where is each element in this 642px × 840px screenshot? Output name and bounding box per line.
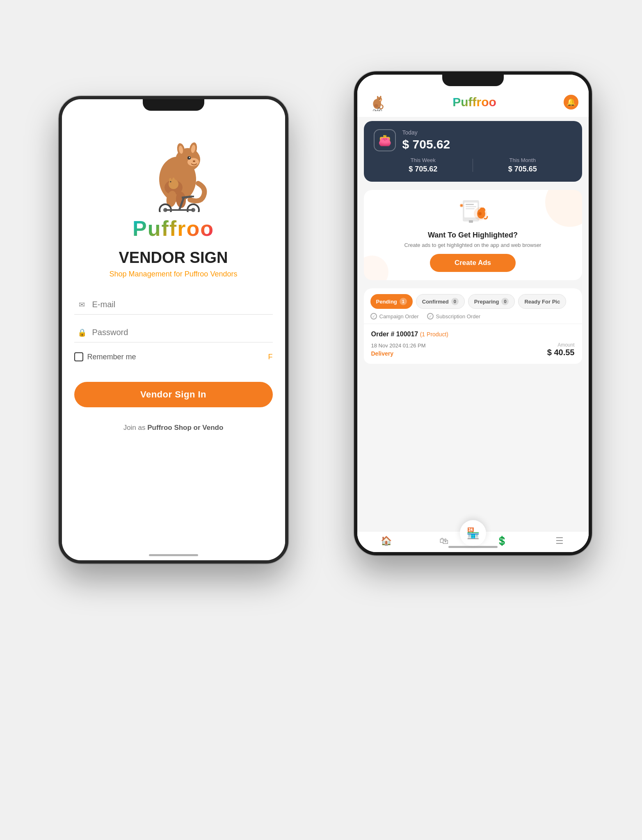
subscription-check-icon: ✓ xyxy=(427,313,434,320)
login-screen: Puffroo VENDOR SIGN Shop Management for … xyxy=(62,99,285,560)
tab-preparing-label: Preparing xyxy=(474,299,499,305)
svg-rect-42 xyxy=(466,206,476,207)
balance-divider-row: This Week $ 705.62 This Month $ 705.65 xyxy=(374,157,572,173)
svg-rect-43 xyxy=(466,208,475,209)
ads-card: Want To Get Highlighted? Create ads to g… xyxy=(364,190,582,280)
order-tabs: Pending 1 Confirmed 0 Preparing 0 Ready … xyxy=(370,294,576,309)
remember-label: Remember me xyxy=(87,353,136,361)
login-logo-area: Puffroo xyxy=(133,130,215,249)
home-bar-dash xyxy=(448,546,498,548)
svg-point-8 xyxy=(189,157,190,158)
password-input-wrap[interactable]: 🔒 xyxy=(74,323,273,342)
phone-login: Puffroo VENDOR SIGN Shop Management for … xyxy=(59,96,288,564)
ads-title: Want To Get Highlighted? xyxy=(428,231,518,240)
filter-subscription[interactable]: ✓ Subscription Order xyxy=(427,313,480,320)
svg-point-33 xyxy=(374,104,378,107)
month-amount: $ 705.65 xyxy=(473,165,572,173)
nav-home[interactable]: 🏠 xyxy=(381,536,391,546)
balance-card: 👛 Today $ 705.62 This Week $ 705.62 This… xyxy=(364,121,582,182)
svg-point-48 xyxy=(480,208,482,210)
tab-pending[interactable]: Pending 1 xyxy=(370,294,413,309)
shop-icon: 🛍 xyxy=(439,536,449,546)
wallet-icon: 👛 xyxy=(374,129,396,151)
filter-row: ✓ Campaign Order ✓ Subscription Order xyxy=(364,309,582,324)
phone-dashboard: Puffroo 🔔 👛 Today $ 705.62 This Week $ 7… xyxy=(354,71,592,555)
order-amount-wrap: Amount $ 40.55 xyxy=(547,342,575,357)
forgot-link[interactable]: F xyxy=(268,353,273,361)
ads-subtitle: Create ads to get highlighted on the app… xyxy=(404,242,541,248)
password-input[interactable] xyxy=(92,328,270,337)
ads-illustration xyxy=(457,198,489,227)
svg-point-52 xyxy=(461,205,462,206)
kangaroo-svg xyxy=(133,130,215,212)
order-amount-value: $ 40.55 xyxy=(547,348,575,357)
nav-shop[interactable]: 🛍 xyxy=(439,536,449,546)
svg-point-35 xyxy=(379,110,382,111)
today-label: Today xyxy=(402,129,450,136)
svg-rect-41 xyxy=(466,204,474,205)
phone-notch xyxy=(143,99,204,111)
order-product-count: (1 Product) xyxy=(420,331,448,338)
order-tabs-wrap: Pending 1 Confirmed 0 Preparing 0 Ready … xyxy=(364,288,582,309)
kangaroo-logo xyxy=(133,130,215,212)
order-date: 18 Nov 2024 01:26 PM xyxy=(371,342,426,349)
dash-logo-icon xyxy=(367,93,385,111)
month-label: This Month xyxy=(473,157,572,163)
filter-campaign-label: Campaign Order xyxy=(379,313,419,320)
bottom-nav: 🏠 🛍 🏪 💲 ☰ xyxy=(357,531,589,552)
home-bar-login xyxy=(149,554,198,556)
phone-notch-dash xyxy=(442,75,504,86)
join-text: Join as Puffroo Shop or Vendo xyxy=(74,424,273,432)
remember-row: Remember me F xyxy=(74,352,273,361)
email-input[interactable] xyxy=(92,300,270,309)
svg-point-15 xyxy=(172,178,175,182)
tab-preparing[interactable]: Preparing 0 xyxy=(468,294,515,309)
email-input-wrap[interactable]: ✉ xyxy=(74,295,273,315)
nav-center-button[interactable]: 🏪 xyxy=(460,520,486,546)
remember-left[interactable]: Remember me xyxy=(74,352,136,361)
svg-point-49 xyxy=(482,208,484,210)
create-ads-button[interactable]: Create Ads xyxy=(430,254,516,272)
home-icon: 🏠 xyxy=(381,536,391,546)
dashboard-screen: Puffroo 🔔 👛 Today $ 705.62 This Week $ 7… xyxy=(357,75,589,552)
vendor-sign-subtitle: Shop Management for Puffroo Vendors xyxy=(110,270,238,278)
lock-icon: 🔒 xyxy=(78,328,87,337)
tab-pending-badge: 1 xyxy=(400,298,407,305)
tab-preparing-badge: 0 xyxy=(501,298,509,305)
order-meta-row: 18 Nov 2024 01:26 PM Delivery Amount $ 4… xyxy=(371,342,575,357)
svg-point-32 xyxy=(379,99,380,100)
today-amount: $ 705.62 xyxy=(402,137,450,151)
svg-point-9 xyxy=(193,160,195,162)
balance-today-row: 👛 Today $ 705.62 xyxy=(374,129,572,151)
balance-today: Today $ 705.62 xyxy=(402,129,450,151)
tab-confirmed-label: Confirmed xyxy=(422,299,449,305)
svg-rect-44 xyxy=(469,220,473,223)
tab-confirmed[interactable]: Confirmed 0 xyxy=(416,294,465,309)
week-amount: $ 705.62 xyxy=(374,165,473,173)
dollar-icon: 💲 xyxy=(496,536,507,546)
order-type[interactable]: Delivery xyxy=(371,350,426,357)
balance-month: This Month $ 705.65 xyxy=(473,157,572,173)
nav-menu[interactable]: ☰ xyxy=(554,536,565,546)
join-link[interactable]: Puffroo Shop or Vendo xyxy=(147,424,223,431)
notification-bell[interactable]: 🔔 xyxy=(564,95,578,110)
order-card-header: Order # 100017 (1 Product) xyxy=(371,331,575,338)
tab-pending-label: Pending xyxy=(376,299,397,305)
sign-in-button[interactable]: Vendor Sign In xyxy=(74,382,273,407)
tab-ready-for-pic[interactable]: Ready For Pic xyxy=(518,294,566,309)
order-amount-label: Amount xyxy=(547,342,575,348)
week-label: This Week xyxy=(374,157,473,163)
remember-checkbox[interactable] xyxy=(74,352,83,361)
filter-subscription-label: Subscription Order xyxy=(436,313,480,320)
svg-line-38 xyxy=(378,108,380,108)
email-icon: ✉ xyxy=(78,300,87,309)
order-id: Order # 100017 (1 Product) xyxy=(371,331,448,338)
login-logo-text: Puffroo xyxy=(133,216,214,241)
filter-campaign[interactable]: ✓ Campaign Order xyxy=(370,313,419,320)
tab-ready-label: Ready For Pic xyxy=(524,299,560,305)
order-card: Order # 100017 (1 Product) 18 Nov 2024 0… xyxy=(364,324,582,364)
svg-point-47 xyxy=(480,208,485,212)
campaign-check-icon: ✓ xyxy=(370,313,377,320)
nav-earnings[interactable]: 💲 xyxy=(496,536,507,546)
svg-point-34 xyxy=(373,110,375,111)
